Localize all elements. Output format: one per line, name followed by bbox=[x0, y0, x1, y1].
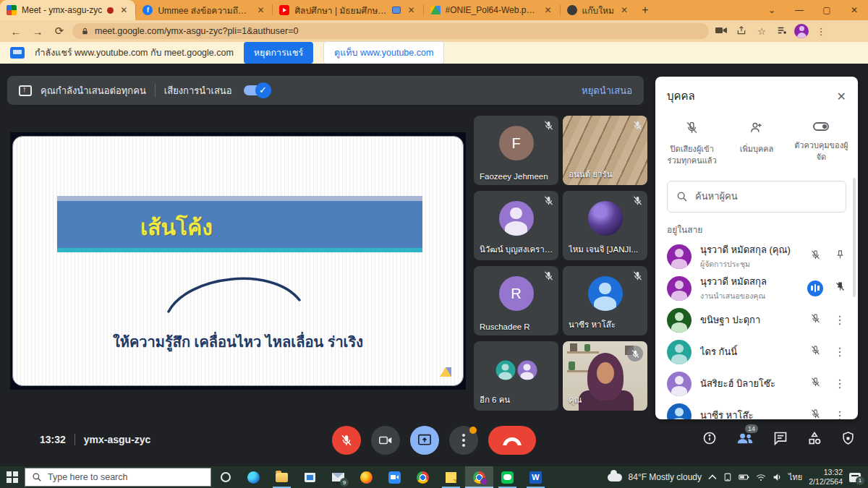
stop-presenting-link[interactable]: หยุดนำเสนอ bbox=[582, 83, 632, 98]
letter-avatar: F bbox=[499, 126, 534, 160]
cortana-button[interactable] bbox=[211, 466, 239, 488]
share-icon[interactable] bbox=[733, 25, 749, 38]
reading-list-icon[interactable] bbox=[774, 25, 790, 38]
tile-self[interactable]: คุณ bbox=[563, 341, 647, 411]
more-options-icon[interactable]: ⋮ bbox=[832, 345, 848, 359]
language-indicator[interactable]: ไทย bbox=[788, 471, 802, 484]
mute-all-button[interactable]: ปิดเสียงผู้เข้าร่วมทุกคนแล้ว bbox=[660, 121, 724, 167]
activities-button[interactable] bbox=[807, 431, 822, 448]
present-now-button[interactable] bbox=[410, 426, 439, 455]
bookmark-star-icon[interactable]: ☆ bbox=[754, 26, 770, 37]
chevron-down-icon[interactable]: ⌄ bbox=[758, 0, 786, 20]
search-people-input[interactable] bbox=[695, 191, 837, 202]
tab-youtube[interactable]: ศิลปศึกษา | มัธยมศึกษาตอนปลา... ✕ bbox=[273, 0, 422, 20]
tile-ruschadee[interactable]: R Ruschadee R bbox=[474, 266, 558, 335]
minimize-button[interactable]: — bbox=[786, 0, 813, 20]
new-tab-button[interactable]: + bbox=[636, 1, 655, 20]
participant-row[interactable]: นัสริยะฮ์ บิลายโซ๊ะ ⋮ bbox=[655, 368, 858, 400]
chrome-meet-window-button[interactable] bbox=[465, 466, 493, 488]
system-tray: 84°F Mostly cloudy ไทย 13:32 2/12/2564 1 bbox=[608, 468, 868, 487]
more-options-icon[interactable]: ⋮ bbox=[832, 313, 848, 327]
host-controls-button[interactable]: ตัวควบคุมของผู้จัด bbox=[789, 121, 854, 167]
start-button[interactable] bbox=[0, 471, 25, 483]
tile-faozeey[interactable]: F Faozeey Jehmeen bbox=[474, 116, 558, 185]
file-explorer-button[interactable] bbox=[268, 466, 296, 488]
forward-icon[interactable]: → bbox=[29, 25, 46, 38]
presentation-audio-toggle[interactable]: ✓ bbox=[244, 85, 270, 95]
device-icon[interactable] bbox=[723, 473, 732, 481]
participant-row[interactable]: ขนิษฐา ปะดุกา ⋮ bbox=[655, 304, 858, 336]
maximize-button[interactable]: ▢ bbox=[813, 0, 841, 20]
tab-facebook[interactable]: f Ummee ส่งข้อความถึง กลุ่ม กศน.ยาน... ✕ bbox=[136, 0, 272, 20]
weather-cloud-icon[interactable] bbox=[608, 474, 622, 481]
word-button[interactable]: W bbox=[522, 466, 550, 488]
taskbar-search-box[interactable] bbox=[25, 468, 211, 487]
add-people-button[interactable]: เพิ่มบุคคล bbox=[724, 121, 788, 167]
tab-meet[interactable]: Meet - ymx-asgu-zyc ✕ bbox=[0, 0, 135, 20]
reload-icon[interactable]: ⟳ bbox=[51, 25, 68, 38]
close-tab-icon[interactable]: ✕ bbox=[543, 5, 553, 15]
chrome-button[interactable] bbox=[409, 466, 437, 488]
pin-icon[interactable] bbox=[832, 249, 848, 263]
camera-in-use-icon[interactable] bbox=[713, 26, 729, 37]
meeting-details-button[interactable] bbox=[702, 431, 717, 448]
show-hidden-icons-chevron[interactable] bbox=[708, 474, 717, 480]
host-controls-shield-button[interactable] bbox=[841, 431, 855, 448]
weather-text[interactable]: 84°F Mostly cloudy bbox=[629, 472, 702, 482]
close-window-button[interactable]: ✕ bbox=[841, 0, 868, 20]
participant-row[interactable]: นุรวาดี หมัดสกุล (คุณ) ผู้จัดการประชุม bbox=[655, 241, 858, 273]
close-panel-icon[interactable]: ✕ bbox=[837, 90, 846, 103]
battery-icon[interactable] bbox=[739, 474, 749, 481]
more-options-icon[interactable]: ⋮ bbox=[832, 408, 848, 419]
close-tab-icon[interactable]: ✕ bbox=[406, 5, 416, 15]
mic-off-icon[interactable] bbox=[807, 377, 823, 390]
close-tab-icon[interactable]: ✕ bbox=[255, 5, 265, 15]
mic-off-icon[interactable] bbox=[807, 408, 823, 419]
action-center-button[interactable]: 1 bbox=[849, 473, 861, 482]
tile-niwat[interactable]: นิวัฒน์ บุญสงเคราะห์ bbox=[474, 191, 558, 260]
mic-off-icon[interactable] bbox=[807, 249, 823, 263]
scrollbar[interactable] bbox=[853, 178, 856, 297]
sticky-notes-button[interactable] bbox=[437, 466, 465, 488]
tab-drive-pdf[interactable]: #ONIE_Pol64-Web.pdf - Google ✕ bbox=[424, 0, 560, 20]
tile-anon[interactable]: อนนต์ ยารัน bbox=[563, 116, 647, 185]
view-tab-button[interactable]: ดูแท็บ www.youtube.com bbox=[323, 41, 444, 64]
address-bar[interactable]: meet.google.com/ymx-asgu-zyc?pli=1&authu… bbox=[72, 23, 709, 39]
tile-nasir[interactable]: นาซีร หาโส๊ะ bbox=[563, 266, 647, 335]
tile-mai[interactable]: ไหม เจนจิ [JANJI... bbox=[563, 191, 647, 260]
mic-off-icon[interactable] bbox=[807, 313, 823, 327]
tab-site[interactable]: แก๊บใหม ✕ bbox=[561, 0, 636, 20]
stop-sharing-button[interactable]: หยุดการแชร์ bbox=[244, 42, 313, 64]
close-tab-icon[interactable]: ✕ bbox=[619, 5, 629, 15]
mail-button[interactable]: 9 bbox=[324, 466, 352, 488]
show-people-button[interactable]: 14 bbox=[736, 432, 754, 448]
profile-avatar[interactable] bbox=[794, 24, 809, 38]
taskbar-clock[interactable]: 13:32 2/12/2564 bbox=[809, 468, 843, 487]
participant-row[interactable]: นุรวาดี หมัดสกุล งานนำเสนอของคุณ bbox=[655, 273, 858, 304]
browser-menu-icon[interactable]: ⋮ bbox=[813, 26, 829, 37]
more-options-button[interactable] bbox=[449, 426, 478, 455]
close-tab-icon[interactable]: ✕ bbox=[119, 5, 129, 15]
mic-off-icon[interactable] bbox=[807, 345, 823, 359]
volume-icon[interactable] bbox=[773, 473, 782, 481]
edge-button[interactable] bbox=[239, 466, 268, 488]
participant-row[interactable]: ไดร กันนิ์ ⋮ bbox=[655, 336, 858, 368]
search-people-box[interactable] bbox=[667, 181, 846, 213]
photo-avatar bbox=[588, 201, 623, 236]
taskbar-search-input[interactable] bbox=[48, 472, 204, 482]
zoom-button[interactable] bbox=[380, 466, 409, 488]
end-call-button[interactable] bbox=[488, 426, 536, 455]
camera-button[interactable] bbox=[371, 426, 400, 455]
firefox-icon bbox=[360, 471, 373, 484]
mic-button[interactable] bbox=[332, 426, 361, 455]
chat-button[interactable] bbox=[773, 431, 788, 448]
back-icon[interactable]: ← bbox=[7, 25, 25, 38]
wifi-icon[interactable] bbox=[756, 474, 766, 481]
tile-overflow[interactable]: อีก 6 คน bbox=[474, 341, 558, 411]
microsoft-store-button[interactable] bbox=[296, 466, 324, 488]
line-button[interactable] bbox=[493, 466, 522, 488]
participant-row[interactable]: นาซีร หาโส๊ะ ⋮ bbox=[655, 400, 858, 419]
firefox-button[interactable] bbox=[352, 466, 380, 488]
pin-off-icon[interactable] bbox=[832, 281, 848, 295]
more-options-icon[interactable]: ⋮ bbox=[832, 377, 848, 390]
